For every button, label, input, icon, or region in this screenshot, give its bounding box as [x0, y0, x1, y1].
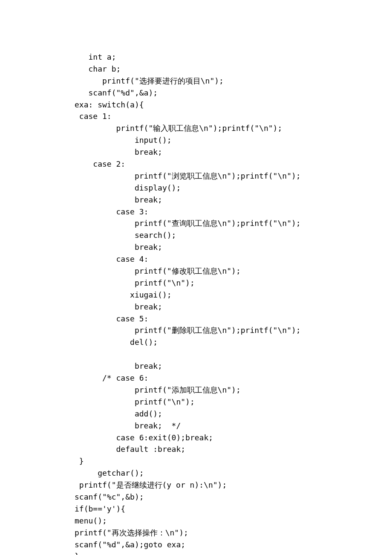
- code-line: if(b=='y'){: [75, 503, 392, 515]
- code-line: case 2:: [75, 158, 392, 170]
- code-line: printf("\n");: [75, 396, 392, 408]
- code-line: printf("再次选择操作：\n");: [75, 527, 392, 539]
- code-line: break;: [75, 146, 392, 158]
- code-line: }: [75, 455, 392, 467]
- code-line: }: [75, 550, 392, 555]
- code-line: search();: [75, 229, 392, 241]
- code-line: exa: switch(a){: [75, 99, 392, 111]
- code-line: default :break;: [75, 443, 392, 455]
- code-line: break;: [75, 194, 392, 206]
- code-line: printf("修改职工信息\n");: [75, 265, 392, 277]
- code-line: [75, 348, 392, 360]
- code-line: printf("删除职工信息\n");printf("\n");: [75, 324, 392, 336]
- code-line: scanf("%c",&b);: [75, 491, 392, 503]
- code-line: char b;: [75, 63, 392, 75]
- code-line: add();: [75, 408, 392, 420]
- code-line: printf("添加职工信息\n");: [75, 384, 392, 396]
- code-line: break; */: [75, 420, 392, 432]
- code-line: display();: [75, 182, 392, 194]
- code-block: int a; char b; printf("选择要进行的项目\n"); sca…: [75, 51, 392, 555]
- page-document: int a; char b; printf("选择要进行的项目\n"); sca…: [0, 0, 392, 555]
- code-line: scanf("%d",&a);: [75, 87, 392, 99]
- code-line: printf("是否继续进行(y or n):\n");: [75, 479, 392, 491]
- code-line: scanf("%d",&a);goto exa;: [75, 539, 392, 551]
- code-line: xiugai();: [75, 289, 392, 301]
- code-line: int a;: [75, 51, 392, 63]
- code-line: break;: [75, 301, 392, 313]
- code-line: printf("输入职工信息\n");printf("\n");: [75, 122, 392, 134]
- code-line: del();: [75, 336, 392, 348]
- code-line: case 3:: [75, 206, 392, 218]
- code-line: printf("\n");: [75, 277, 392, 289]
- code-line: break;: [75, 360, 392, 372]
- code-line: case 6:exit(0);break;: [75, 432, 392, 444]
- code-line: case 4:: [75, 253, 392, 265]
- code-line: /* case 6:: [75, 372, 392, 384]
- code-line: printf("查询职工信息\n");printf("\n");: [75, 217, 392, 229]
- code-line: printf("浏览职工信息\n");printf("\n");: [75, 170, 392, 182]
- code-line: menu();: [75, 515, 392, 527]
- code-line: input();: [75, 134, 392, 146]
- code-line: getchar();: [75, 467, 392, 479]
- code-line: printf("选择要进行的项目\n");: [75, 75, 392, 87]
- code-line: break;: [75, 241, 392, 253]
- code-line: case 5:: [75, 313, 392, 325]
- code-line: case 1:: [75, 110, 392, 122]
